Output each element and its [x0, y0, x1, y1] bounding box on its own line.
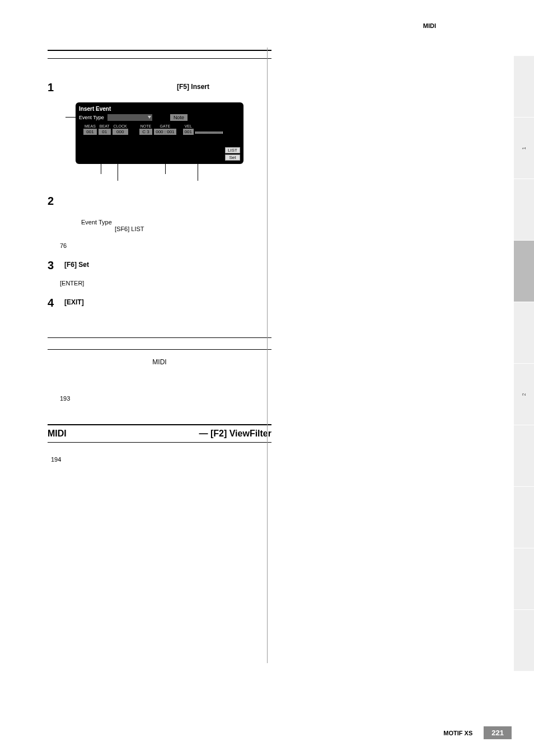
side-tab-active[interactable] [514, 241, 534, 302]
step-text: [F6] Set [64, 259, 271, 269]
step-4: 4 [EXIT] [48, 297, 271, 309]
side-tab[interactable] [514, 610, 534, 672]
header-category: MIDI [423, 22, 436, 29]
ss-note-value[interactable]: C 3 [139, 129, 152, 135]
ss-note-header: NOTE [139, 124, 152, 128]
step-text: [EXIT] [64, 297, 271, 306]
ss-event-type-value[interactable]: Note [170, 114, 188, 121]
step-number: 4 [48, 297, 64, 309]
section-heading-right: — [F2] ViewFilter [199, 429, 271, 439]
step-3-body: [ENTER] [60, 280, 271, 287]
ss-leader-left [65, 117, 77, 118]
side-tab[interactable] [514, 487, 534, 548]
side-tab-num-2: 2 [521, 393, 527, 396]
ss-vel-value[interactable]: 001 [183, 129, 194, 135]
ss-velbar-header [195, 124, 223, 128]
side-tab[interactable]: 2 [514, 364, 534, 425]
ss-gate-value[interactable]: 000 : 001 [154, 129, 176, 135]
page-number: 221 [484, 726, 512, 739]
step-2-body: Event Type [SF6] LIST [81, 219, 271, 232]
side-tab[interactable] [514, 425, 534, 487]
left-column: 1 [F5] Insert Insert Event Event Type No… [48, 48, 271, 463]
ss-title: Insert Event [79, 106, 240, 112]
ss-vel-header: VEL [183, 124, 194, 128]
section-divider-top [48, 50, 271, 59]
footer-product: MOTIF XS [443, 730, 472, 736]
side-tab[interactable] [514, 179, 534, 241]
side-tab[interactable] [514, 302, 534, 364]
mid-divider [48, 337, 271, 350]
final-ref: 194 [51, 456, 271, 463]
ss-meas-value[interactable]: 001 [83, 129, 97, 135]
ss-clock-header: CLOCK [113, 124, 128, 128]
ss-event-type-dropdown[interactable] [107, 114, 152, 121]
ss-event-type-row: Event Type Note [79, 114, 240, 121]
callout-line-2 [118, 158, 118, 181]
step-3-label: [F6] Set [64, 261, 89, 269]
ss-buttons: LIST Set [225, 147, 240, 161]
mid-midi-word: MIDI [48, 358, 271, 367]
column-divider [267, 48, 268, 663]
side-tab[interactable]: 1 [514, 118, 534, 179]
step-text: [F5] Insert [64, 81, 271, 91]
ss-meas-header: MEAS [83, 124, 97, 128]
ss-vel-bar [195, 132, 223, 134]
ss-list-button[interactable]: LIST [225, 147, 240, 153]
ss-event-type-label: Event Type [79, 115, 104, 120]
callout-line-3 [165, 158, 166, 174]
callout-line-4 [198, 158, 198, 181]
step-2-event-type: Event Type [81, 219, 112, 226]
step-2-ref: 76 [60, 242, 271, 249]
step-1: 1 [F5] Insert [48, 81, 271, 94]
step-3: 3 [F6] Set [48, 259, 271, 272]
ss-columns: MEAS 001 BEAT 01 CLOCK 000 NOTE C 3 GATE… [79, 124, 240, 135]
step-number: 3 [48, 259, 64, 272]
step-2: 2 [48, 195, 271, 208]
ss-set-button[interactable]: Set [225, 154, 240, 161]
step-number: 1 [48, 81, 64, 94]
side-tab[interactable] [514, 548, 534, 610]
ss-gate-header: GATE [154, 124, 176, 128]
step-text [64, 195, 271, 196]
step-4-label: [EXIT] [64, 298, 84, 306]
step-2-sf6: [SF6] LIST [115, 226, 144, 232]
ss-beat-value[interactable]: 01 [99, 129, 111, 135]
ss-clock-value[interactable]: 000 [113, 129, 128, 135]
section-heading: MIDI — [F2] ViewFilter [48, 429, 271, 439]
step-number: 2 [48, 195, 64, 208]
ss-beat-header: BEAT [99, 124, 111, 128]
side-tabs: 1 2 [514, 0, 534, 672]
page-footer: MOTIF XS 221 [443, 726, 512, 739]
callout-line-1 [101, 158, 101, 174]
section-heading-block: MIDI — [F2] ViewFilter [48, 424, 271, 443]
side-tab-num-1: 1 [521, 147, 527, 149]
mid-ref: 193 [60, 395, 271, 402]
side-tab[interactable] [514, 56, 534, 118]
section-heading-left: MIDI [48, 429, 67, 439]
insert-event-screenshot: Insert Event Event Type Note MEAS 001 BE… [76, 102, 243, 164]
step-1-label: [F5] Insert [177, 83, 209, 91]
